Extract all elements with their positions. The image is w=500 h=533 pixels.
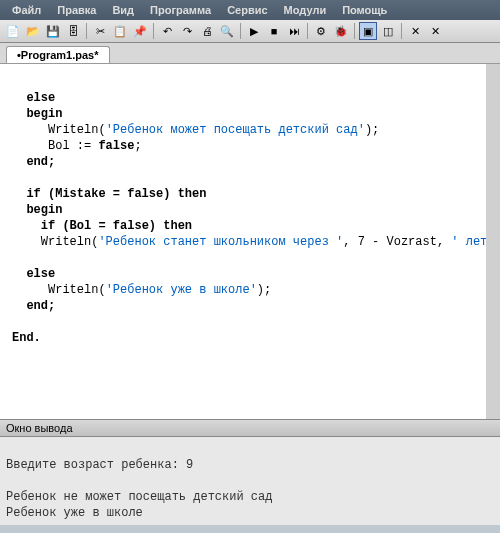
output-line: Введите возраст ребенка: 9 (6, 458, 193, 472)
code-line: if (Mistake = false) then (12, 187, 206, 201)
tab-bar: •Program1.pas* (0, 43, 500, 64)
compile-icon[interactable]: ⚙ (312, 22, 330, 40)
redo-icon[interactable]: ↷ (178, 22, 196, 40)
code-line: begin (12, 203, 62, 217)
menu-program[interactable]: Программа (142, 2, 219, 18)
code-line: else (12, 267, 55, 281)
code-line: if (Bol = false) then (12, 219, 192, 233)
code-line: else (12, 91, 55, 105)
paste-icon[interactable]: 📌 (131, 22, 149, 40)
open-file-icon[interactable]: 📂 (24, 22, 42, 40)
panel-icon[interactable]: ◫ (379, 22, 397, 40)
run-icon[interactable]: ▶ (245, 22, 263, 40)
close2-icon[interactable]: ✕ (426, 22, 444, 40)
step-icon[interactable]: ⏭ (285, 22, 303, 40)
find-icon[interactable]: 🔍 (218, 22, 236, 40)
output-line: Ребенок уже в школе (6, 506, 143, 520)
separator (401, 23, 402, 39)
debug-icon[interactable]: 🐞 (332, 22, 350, 40)
code-line: end; (12, 299, 55, 313)
code-line: End. (12, 331, 41, 345)
separator (86, 23, 87, 39)
new-file-icon[interactable]: 📄 (4, 22, 22, 40)
menu-modules[interactable]: Модули (276, 2, 335, 18)
window-icon[interactable]: ▣ (359, 22, 377, 40)
code-editor[interactable]: else begin Writeln('Ребенок может посеща… (0, 64, 500, 419)
code-line: Writeln('Ребенок станет школьником через… (12, 235, 500, 249)
stop-icon[interactable]: ■ (265, 22, 283, 40)
separator (354, 23, 355, 39)
undo-icon[interactable]: ↶ (158, 22, 176, 40)
output-line: Ребенок не может посещать детский сад (6, 490, 272, 504)
tab-program1[interactable]: •Program1.pas* (6, 46, 110, 63)
separator (153, 23, 154, 39)
code-line: begin (12, 107, 62, 121)
menu-file[interactable]: Файл (4, 2, 49, 18)
print-icon[interactable]: 🖨 (198, 22, 216, 40)
menu-service[interactable]: Сервис (219, 2, 275, 18)
code-line: Writeln('Ребенок может посещать детский … (12, 123, 379, 137)
cut-icon[interactable]: ✂ (91, 22, 109, 40)
save-file-icon[interactable]: 💾 (44, 22, 62, 40)
menu-help[interactable]: Помощь (334, 2, 395, 18)
code-line: Writeln('Ребенок уже в школе'); (12, 283, 271, 297)
toolbar: 📄 📂 💾 🗄 ✂ 📋 📌 ↶ ↷ 🖨 🔍 ▶ ■ ⏭ ⚙ 🐞 ▣ ◫ ✕ ✕ (0, 20, 500, 43)
code-line: end; (12, 155, 55, 169)
code-line: Bol := false; (12, 139, 142, 153)
close1-icon[interactable]: ✕ (406, 22, 424, 40)
menu-edit[interactable]: Правка (49, 2, 104, 18)
output-panel-title: Окно вывода (0, 419, 500, 437)
separator (240, 23, 241, 39)
copy-icon[interactable]: 📋 (111, 22, 129, 40)
menu-bar: Файл Правка Вид Программа Сервис Модули … (0, 0, 500, 20)
output-panel: Введите возраст ребенка: 9 Ребенок не мо… (0, 437, 500, 525)
save-all-icon[interactable]: 🗄 (64, 22, 82, 40)
separator (307, 23, 308, 39)
menu-view[interactable]: Вид (104, 2, 142, 18)
